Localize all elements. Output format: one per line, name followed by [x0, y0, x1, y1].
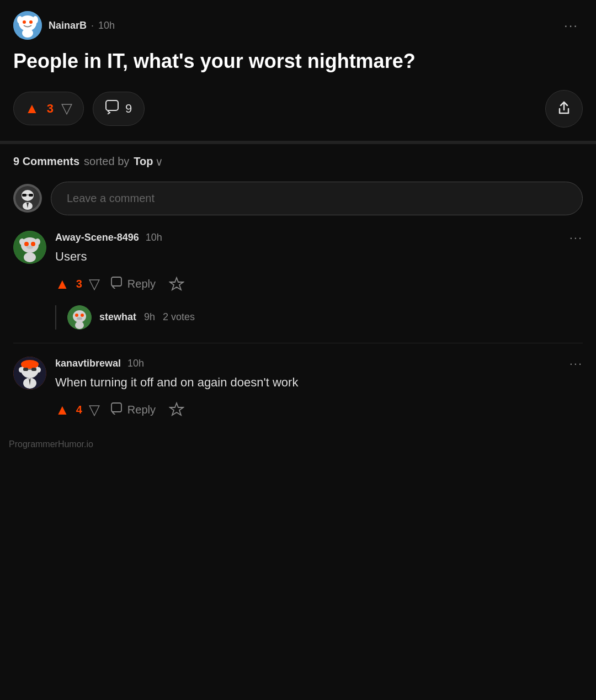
comment-time: 10h — [146, 232, 162, 243]
svg-point-21 — [26, 246, 33, 249]
svg-point-33 — [21, 360, 39, 369]
post-upvote-count: 3 — [47, 102, 54, 116]
post-vote-button[interactable]: ▲ 3 ▽ — [13, 92, 84, 125]
svg-point-29 — [77, 317, 82, 320]
comment-actions: ▲ 3 ▽ Reply — [55, 274, 583, 294]
svg-marker-41 — [170, 403, 183, 415]
svg-point-37 — [19, 367, 23, 373]
svg-rect-23 — [111, 277, 121, 286]
nested-author-name: stewhat — [99, 311, 136, 323]
comment-item: kanavtibrewal 10h ··· When turning it of… — [13, 357, 583, 420]
post-actions: ▲ 3 ▽ 9 — [13, 90, 583, 128]
post-comment-count: 9 — [125, 102, 132, 116]
share-icon — [556, 100, 572, 117]
comment-more-button[interactable]: ··· — [570, 357, 583, 371]
comment-body: kanavtibrewal 10h ··· When turning it of… — [55, 357, 583, 420]
comment-avatar-away-scene — [13, 231, 46, 264]
post-more-button[interactable]: ··· — [560, 15, 583, 35]
svg-point-28 — [81, 314, 84, 317]
downvote-icon: ▽ — [61, 100, 72, 117]
nested-comment-avatar — [67, 305, 92, 330]
comments-header: 9 Comments sorted by Top ∨ — [13, 155, 583, 168]
sort-value-label: Top — [134, 155, 153, 168]
post-author-name: NainarB — [49, 20, 87, 31]
post-timestamp: 10h — [98, 20, 115, 31]
comment-bubble-icon — [105, 100, 120, 118]
svg-point-18 — [35, 238, 40, 245]
comment-upvote-button[interactable]: ▲ — [55, 275, 70, 293]
nested-comments: stewhat 9h 2 votes — [55, 305, 583, 330]
svg-point-5 — [29, 20, 33, 24]
comment-award-button[interactable] — [167, 274, 187, 294]
svg-point-6 — [22, 29, 33, 38]
comment-body: Away-Scene-8496 10h ··· Users ▲ 3 ▽ — [55, 231, 583, 330]
comment-item: Away-Scene-8496 10h ··· Users ▲ 3 ▽ — [13, 231, 583, 330]
watermark: ProgrammerHumor.io — [0, 435, 596, 454]
svg-point-2 — [17, 16, 23, 24]
svg-point-4 — [23, 20, 26, 24]
post-meta: NainarB · 10h — [49, 20, 115, 31]
comment-downvote-button[interactable]: ▽ — [89, 275, 100, 293]
comment-vote-count: 4 — [76, 404, 82, 416]
post-title: People in IT, what's your worst nightmar… — [13, 49, 583, 75]
comment-header: Away-Scene-8496 10h ··· — [55, 231, 583, 245]
svg-point-30 — [75, 321, 84, 329]
nested-comment-votes: 2 votes — [163, 311, 195, 323]
comment-vote-controls: ▲ 4 ▽ — [55, 401, 100, 418]
nested-comment-time: 9h — [144, 311, 155, 323]
svg-marker-24 — [170, 278, 183, 290]
nested-comment-item: stewhat 9h 2 votes — [67, 305, 583, 330]
comment-upvote-button[interactable]: ▲ — [55, 401, 70, 418]
sort-dropdown-button[interactable]: Top ∨ — [134, 155, 163, 168]
svg-rect-12 — [29, 194, 33, 197]
comments-count-label: 9 Comments — [13, 155, 79, 168]
post-author-avatar — [13, 11, 42, 40]
svg-rect-7 — [106, 100, 118, 110]
comment-input[interactable]: Leave a comment — [51, 182, 583, 215]
svg-rect-35 — [31, 368, 36, 371]
svg-point-38 — [36, 367, 41, 373]
comment-time: 10h — [127, 358, 144, 369]
post-share-button[interactable] — [545, 90, 583, 128]
upvote-icon: ▲ — [25, 100, 39, 117]
comment-more-button[interactable]: ··· — [570, 231, 583, 245]
comment-author-name: Away-Scene-8496 — [55, 232, 139, 243]
comment-header-left: kanavtibrewal 10h — [55, 358, 144, 369]
comment-author-name: kanavtibrewal — [55, 358, 121, 369]
comment-input-avatar — [13, 184, 42, 213]
comment-avatar-kanavtibrewal — [13, 357, 46, 390]
comment-vote-count: 3 — [76, 278, 82, 290]
sorted-by-label: sorted by — [84, 155, 129, 168]
comment-divider — [13, 343, 583, 343]
comment-award-button[interactable] — [167, 400, 187, 420]
svg-rect-40 — [111, 403, 121, 412]
comment-text: When turning it off and on again doesn't… — [55, 374, 583, 391]
post-comment-button[interactable]: 9 — [93, 92, 145, 126]
comment-header: kanavtibrewal 10h ··· — [55, 357, 583, 371]
svg-point-20 — [31, 242, 35, 246]
reply-icon — [111, 402, 123, 417]
chevron-down-icon: ∨ — [155, 155, 163, 168]
comments-section: 9 Comments sorted by Top ∨ — [0, 144, 596, 436]
comment-actions: ▲ 4 ▽ Reply — [55, 400, 583, 420]
svg-rect-34 — [23, 368, 28, 371]
svg-point-27 — [75, 314, 78, 317]
comment-reply-button[interactable]: Reply — [111, 402, 156, 417]
post-section: NainarB · 10h ··· People in IT, what's y… — [0, 0, 596, 141]
svg-point-3 — [33, 16, 38, 24]
svg-point-19 — [24, 242, 29, 246]
svg-point-17 — [19, 238, 25, 245]
post-header: NainarB · 10h ··· — [13, 11, 583, 40]
post-meta-dot: · — [91, 20, 94, 31]
svg-point-22 — [24, 252, 36, 262]
comment-reply-button[interactable]: Reply — [111, 277, 156, 291]
post-header-left: NainarB · 10h — [13, 11, 115, 40]
svg-rect-11 — [22, 194, 26, 197]
comment-vote-controls: ▲ 3 ▽ — [55, 275, 100, 293]
reply-label: Reply — [127, 404, 156, 416]
reply-icon — [111, 277, 123, 291]
svg-point-26 — [73, 310, 86, 322]
reply-label: Reply — [127, 278, 156, 290]
comment-text: Users — [55, 248, 583, 266]
comment-downvote-button[interactable]: ▽ — [89, 401, 100, 418]
